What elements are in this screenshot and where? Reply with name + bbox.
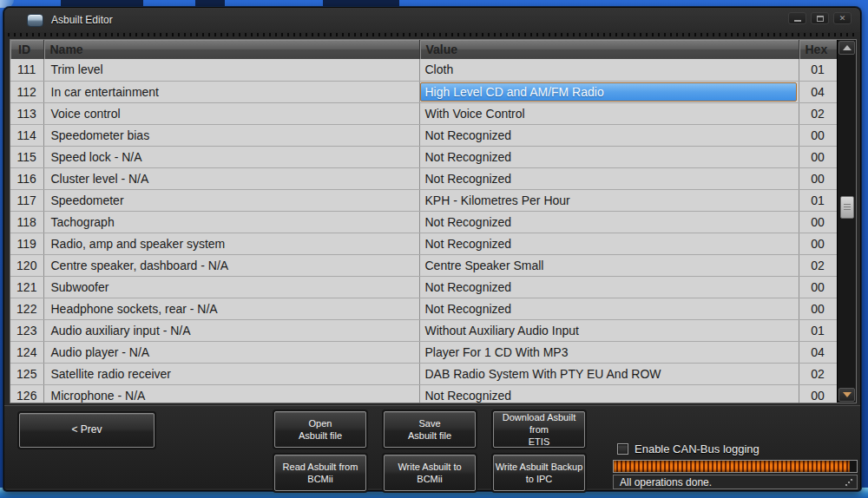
cell-id[interactable]: 124 — [10, 341, 43, 363]
column-header-value[interactable]: Value — [419, 40, 799, 59]
column-header-hex[interactable]: Hex — [799, 40, 837, 59]
table-row[interactable]: 122 Headphone sockets, rear - N/A Not Re… — [10, 298, 837, 319]
cell-value[interactable]: DAB Radio System With PTY EU And ROW — [419, 363, 799, 384]
cell-id[interactable]: 118 — [10, 211, 43, 233]
cell-hex[interactable]: 04 — [799, 341, 837, 363]
cell-hex[interactable]: 02 — [799, 363, 837, 384]
close-button[interactable]: ✕ — [833, 12, 852, 24]
cell-hex[interactable]: 01 — [799, 189, 837, 211]
table-row[interactable]: 120 Centre speaker, dashboard - N/A Cent… — [10, 254, 837, 276]
titlebar[interactable]: Asbuilt Editor ✕ — [4, 8, 860, 32]
cell-hex[interactable]: 00 — [799, 298, 837, 319]
cell-hex[interactable]: 00 — [799, 384, 837, 403]
table-row[interactable]: 111 Trim level Cloth 01 — [10, 59, 837, 81]
cell-value[interactable]: Player For 1 CD With MP3 — [419, 341, 799, 363]
cell-hex[interactable]: 00 — [799, 276, 837, 298]
write-asbuilt-backup-ipc-button[interactable]: Write Asbuilt Backup to IPC — [493, 455, 585, 491]
table-row[interactable]: 113 Voice control With Voice Control 02 — [10, 102, 837, 124]
scrollbar-thumb[interactable] — [840, 196, 854, 219]
cell-value[interactable]: Not Recognized — [419, 276, 799, 298]
cell-id[interactable]: 111 — [10, 59, 43, 81]
cell-id[interactable]: 114 — [10, 124, 43, 146]
cell-id[interactable]: 117 — [10, 189, 43, 211]
cell-id[interactable]: 116 — [10, 167, 43, 189]
prev-button[interactable]: < Prev — [19, 413, 155, 448]
cell-id[interactable]: 126 — [10, 384, 43, 403]
cell-name[interactable]: Headphone sockets, rear - N/A — [43, 298, 419, 319]
cell-name[interactable]: Trim level — [43, 59, 419, 81]
cell-name[interactable]: Audio auxiliary input - N/A — [43, 319, 419, 341]
table-row[interactable]: 123 Audio auxiliary input - N/A Without … — [10, 319, 837, 341]
table-row[interactable]: 119 Radio, amp and speaker system Not Re… — [10, 233, 837, 254]
cell-name[interactable]: Voice control — [43, 102, 419, 124]
download-asbuilt-etis-button[interactable]: Download Asbuilt from ETIS — [493, 411, 585, 448]
cell-id[interactable]: 121 — [10, 276, 43, 298]
table-row[interactable]: 121 Subwoofer Not Recognized 00 — [10, 276, 837, 298]
cell-id[interactable]: 115 — [10, 146, 43, 167]
cell-value[interactable]: With Voice Control — [419, 102, 799, 124]
cell-value[interactable]: Not Recognized — [419, 146, 799, 167]
table-row[interactable]: 114 Speedometer bias Not Recognized 00 — [10, 124, 837, 146]
cell-value[interactable]: Not Recognized — [419, 384, 799, 403]
cell-name[interactable]: Tachograph — [43, 211, 419, 233]
cell-hex[interactable]: 02 — [799, 102, 837, 124]
cell-name[interactable]: Centre speaker, dashboard - N/A — [43, 254, 419, 276]
cell-value[interactable]: Cloth — [419, 59, 799, 81]
cell-id[interactable]: 113 — [10, 102, 43, 124]
cell-name[interactable]: Speedometer — [43, 189, 419, 211]
cell-value[interactable]: Not Recognized — [419, 167, 799, 189]
cell-name[interactable]: Microphone - N/A — [43, 384, 419, 403]
table-row[interactable]: 116 Cluster level - N/A Not Recognized 0… — [10, 167, 837, 189]
read-asbuilt-bcmii-button[interactable]: Read Asbuilt from BCMii — [274, 455, 366, 491]
table-row[interactable]: 118 Tachograph Not Recognized 00 — [10, 211, 837, 233]
vertical-scrollbar[interactable] — [837, 40, 856, 403]
cell-hex[interactable]: 01 — [799, 319, 837, 341]
cell-name[interactable]: Subwoofer — [43, 276, 419, 298]
cell-value[interactable]: Not Recognized — [419, 298, 799, 319]
resize-grip-icon[interactable] — [845, 477, 854, 486]
cell-value[interactable]: Not Recognized — [419, 211, 799, 233]
column-header-name[interactable]: Name — [43, 40, 419, 59]
cell-hex[interactable]: 01 — [799, 59, 837, 81]
cell-name[interactable]: In car entertainment — [43, 81, 419, 102]
table-row[interactable]: 117 Speedometer KPH - Kilometres Per Hou… — [10, 189, 837, 211]
cell-id[interactable]: 122 — [10, 298, 43, 319]
cell-hex[interactable]: 00 — [799, 146, 837, 167]
write-asbuilt-bcmii-button[interactable]: Write Asbuilt to BCMii — [384, 455, 476, 491]
cell-hex[interactable]: 00 — [799, 211, 837, 233]
cell-value[interactable]: KPH - Kilometres Per Hour — [419, 189, 799, 211]
cell-value[interactable]: High Level CD and AM/FM Radio — [419, 81, 799, 102]
table-row[interactable]: 126 Microphone - N/A Not Recognized 00 — [10, 384, 837, 403]
cell-id[interactable]: 112 — [10, 81, 43, 102]
cell-id[interactable]: 120 — [10, 254, 43, 276]
cell-id[interactable]: 119 — [10, 233, 43, 254]
table-row[interactable]: 112 In car entertainment High Level CD a… — [10, 81, 837, 102]
minimize-button[interactable] — [788, 12, 806, 24]
table-row[interactable]: 115 Speed lock - N/A Not Recognized 00 — [10, 146, 837, 167]
scroll-up-button[interactable] — [838, 41, 855, 55]
maximize-button[interactable] — [811, 12, 829, 24]
table-row[interactable]: 124 Audio player - N/A Player For 1 CD W… — [10, 341, 837, 363]
cell-id[interactable]: 125 — [10, 363, 43, 384]
cell-hex[interactable]: 04 — [799, 81, 837, 102]
cell-name[interactable]: Speedometer bias — [43, 124, 419, 146]
column-header-id[interactable]: ID — [10, 40, 43, 59]
cell-name[interactable]: Satellite radio receiver — [43, 363, 419, 384]
cell-value[interactable]: Centre Speaker Small — [419, 254, 799, 276]
cell-name[interactable]: Audio player - N/A — [43, 341, 419, 363]
canbus-logging-checkbox[interactable] — [617, 443, 628, 455]
cell-value[interactable]: Not Recognized — [419, 233, 799, 254]
cell-hex[interactable]: 00 — [799, 124, 837, 146]
cell-name[interactable]: Cluster level - N/A — [43, 167, 419, 189]
cell-hex[interactable]: 00 — [799, 167, 837, 189]
cell-hex[interactable]: 00 — [799, 233, 837, 254]
cell-hex[interactable]: 02 — [799, 254, 837, 276]
open-asbuilt-file-button[interactable]: Open Asbuilt file — [274, 411, 366, 448]
save-asbuilt-file-button[interactable]: Save Asbuilt file — [384, 411, 476, 448]
scroll-down-button[interactable] — [838, 388, 855, 402]
cell-value[interactable]: Without Auxiliary Audio Input — [419, 319, 799, 341]
cell-name[interactable]: Speed lock - N/A — [43, 146, 419, 167]
cell-id[interactable]: 123 — [10, 319, 43, 341]
table-row[interactable]: 125 Satellite radio receiver DAB Radio S… — [10, 363, 837, 384]
cell-value[interactable]: Not Recognized — [419, 124, 799, 146]
